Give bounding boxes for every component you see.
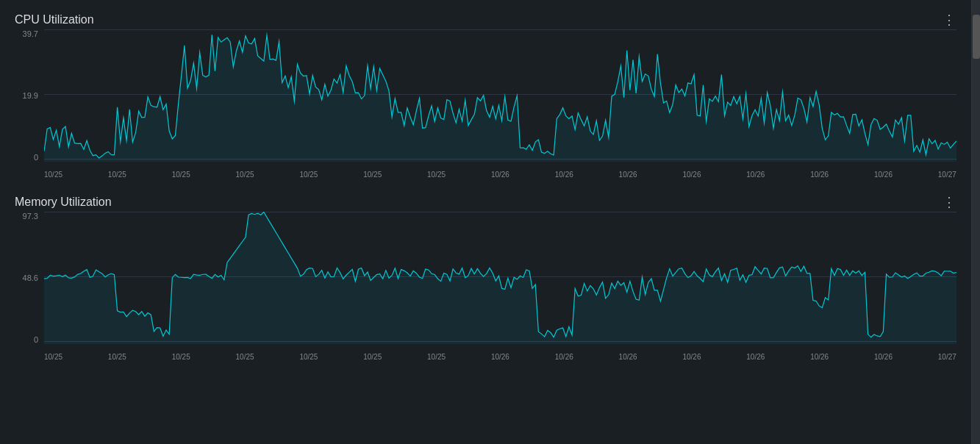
memory-y-mid: 48.6 bbox=[15, 273, 43, 282]
cpu-chart-wrapper: 39.7 19.9 0 10/25 10/25 10/25 10/25 10/2… bbox=[15, 29, 956, 184]
cpu-canvas bbox=[44, 29, 956, 162]
cpu-y-mid: 19.9 bbox=[15, 91, 43, 100]
mem-x-10: 10/26 bbox=[682, 353, 701, 361]
mem-x-7: 10/26 bbox=[491, 353, 509, 361]
main-container: CPU Utilization ⋮ 39.7 19.9 0 10/25 10/ bbox=[0, 0, 980, 444]
memory-chart-body bbox=[44, 212, 956, 344]
memory-y-min: 0 bbox=[15, 335, 43, 344]
cpu-x-7: 10/26 bbox=[491, 171, 509, 179]
memory-y-axis: 97.3 48.6 0 bbox=[15, 212, 43, 344]
memory-canvas bbox=[44, 212, 956, 344]
memory-x-axis: 10/25 10/25 10/25 10/25 10/25 10/25 10/2… bbox=[44, 348, 956, 366]
cpu-x-13: 10/26 bbox=[874, 171, 893, 179]
mem-x-6: 10/25 bbox=[427, 353, 446, 361]
mem-x-4: 10/25 bbox=[299, 353, 318, 361]
cpu-x-8: 10/26 bbox=[555, 171, 573, 179]
mem-x-8: 10/26 bbox=[555, 353, 573, 361]
mem-x-1: 10/25 bbox=[108, 353, 126, 361]
mem-x-0: 10/25 bbox=[44, 353, 62, 361]
cpu-y-axis: 39.7 19.9 0 bbox=[15, 29, 43, 162]
cpu-chart-title: CPU Utilization bbox=[15, 13, 94, 26]
cpu-x-axis: 10/25 10/25 10/25 10/25 10/25 10/25 10/2… bbox=[44, 165, 956, 184]
mem-x-13: 10/26 bbox=[874, 353, 893, 361]
cpu-x-3: 10/25 bbox=[236, 171, 254, 179]
memory-chart-panel: Memory Utilization ⋮ 97.3 48.6 0 10/25 bbox=[0, 190, 971, 366]
cpu-x-5: 10/25 bbox=[363, 171, 382, 179]
cpu-x-1: 10/25 bbox=[108, 171, 126, 179]
mem-x-14: 10/27 bbox=[938, 353, 956, 361]
cpu-x-9: 10/26 bbox=[619, 171, 637, 179]
cpu-chart-panel: CPU Utilization ⋮ 39.7 19.9 0 10/25 10/ bbox=[0, 7, 971, 184]
cpu-x-6: 10/25 bbox=[427, 171, 446, 179]
cpu-x-10: 10/26 bbox=[682, 171, 701, 179]
cpu-chart-header: CPU Utilization ⋮ bbox=[15, 13, 956, 26]
mem-x-3: 10/25 bbox=[236, 353, 254, 361]
memory-more-icon[interactable]: ⋮ bbox=[943, 196, 956, 209]
scrollbar-thumb[interactable] bbox=[973, 15, 980, 59]
cpu-x-11: 10/26 bbox=[746, 171, 765, 179]
cpu-more-icon[interactable]: ⋮ bbox=[943, 13, 956, 26]
cpu-x-4: 10/25 bbox=[299, 171, 318, 179]
cpu-x-12: 10/26 bbox=[810, 171, 829, 179]
cpu-y-min: 0 bbox=[15, 153, 43, 162]
mem-x-11: 10/26 bbox=[746, 353, 765, 361]
mem-x-9: 10/26 bbox=[619, 353, 637, 361]
scrollbar[interactable] bbox=[971, 0, 980, 444]
mem-x-2: 10/25 bbox=[172, 353, 190, 361]
cpu-y-max: 39.7 bbox=[15, 29, 43, 38]
memory-chart-title: Memory Utilization bbox=[15, 196, 112, 209]
charts-area: CPU Utilization ⋮ 39.7 19.9 0 10/25 10/ bbox=[0, 0, 971, 444]
cpu-chart-body bbox=[44, 29, 956, 162]
memory-y-max: 97.3 bbox=[15, 212, 43, 221]
memory-chart-wrapper: 97.3 48.6 0 10/25 10/25 10/25 10/25 10/2… bbox=[15, 212, 956, 366]
mem-x-5: 10/25 bbox=[363, 353, 382, 361]
cpu-x-2: 10/25 bbox=[172, 171, 190, 179]
cpu-x-14: 10/27 bbox=[938, 171, 956, 179]
memory-chart-header: Memory Utilization ⋮ bbox=[15, 196, 956, 209]
cpu-x-0: 10/25 bbox=[44, 171, 62, 179]
mem-x-12: 10/26 bbox=[810, 353, 829, 361]
